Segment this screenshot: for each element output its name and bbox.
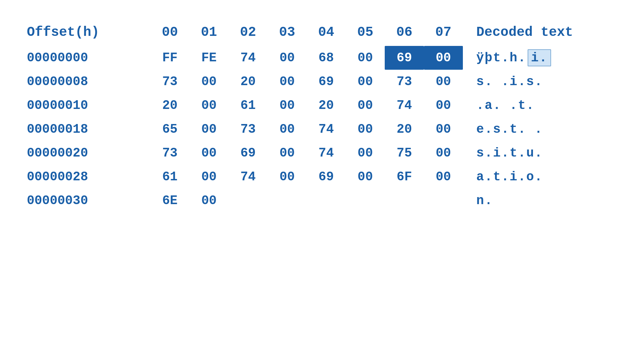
decoded-text: s.i.t.u. [476, 146, 543, 160]
table-row: 000000207300690074007500s.i.t.u. [20, 141, 624, 165]
cell-offset: 00000028 [20, 165, 150, 189]
header-col-00: 00 [150, 20, 189, 46]
cell-byte-2[interactable] [228, 189, 267, 213]
cell-offset: 00000030 [20, 189, 150, 213]
cell-decoded: e.s.t. . [463, 117, 624, 141]
cell-byte-1[interactable]: 00 [190, 70, 228, 94]
cell-byte-4[interactable]: 68 [307, 46, 345, 70]
cell-byte-1[interactable]: 00 [190, 189, 228, 213]
cell-byte-5[interactable]: 00 [346, 46, 385, 70]
cell-byte-3[interactable] [268, 189, 307, 213]
cell-byte-6[interactable]: 69 [385, 46, 424, 70]
cell-byte-6[interactable]: 73 [385, 70, 424, 94]
cell-byte-1[interactable]: 00 [190, 94, 228, 117]
decoded-text-normal: ÿþt.h. [476, 51, 526, 65]
table-row: 000000306E00n. [20, 189, 624, 213]
cell-byte-7[interactable]: 00 [424, 70, 463, 94]
cell-decoded: n. [463, 189, 624, 213]
cell-byte-5[interactable]: 00 [346, 117, 385, 141]
cell-decoded: s. .i.s. [463, 70, 624, 94]
header-col-05: 05 [346, 20, 385, 46]
header-col-01: 01 [190, 20, 228, 46]
hex-viewer: Offset(h) 00 01 02 03 04 05 06 07 Decode… [0, 0, 644, 226]
cell-offset: 00000020 [20, 141, 150, 165]
cell-byte-7[interactable] [424, 189, 463, 213]
cell-byte-3[interactable]: 00 [268, 165, 307, 189]
cell-byte-3[interactable]: 00 [268, 117, 307, 141]
cell-byte-7[interactable]: 00 [424, 46, 463, 70]
hex-table: Offset(h) 00 01 02 03 04 05 06 07 Decode… [20, 20, 624, 213]
cell-byte-2[interactable]: 20 [228, 70, 267, 94]
cell-offset: 00000018 [20, 117, 150, 141]
table-row: 00000000FFFE740068006900ÿþt.h.i. [20, 46, 624, 70]
cell-byte-1[interactable]: 00 [190, 117, 228, 141]
header-col-06: 06 [385, 20, 424, 46]
decoded-text: .a. .t. [476, 98, 535, 113]
cell-byte-6[interactable]: 75 [385, 141, 424, 165]
cell-byte-1[interactable]: FE [190, 46, 228, 70]
cell-byte-7[interactable]: 00 [424, 141, 463, 165]
cell-byte-7[interactable]: 00 [424, 117, 463, 141]
cell-byte-7[interactable]: 00 [424, 165, 463, 189]
cell-offset: 00000010 [20, 94, 150, 117]
cell-byte-2[interactable]: 74 [228, 165, 267, 189]
header-col-07: 07 [424, 20, 463, 46]
table-row: 000000286100740069006F00a.t.i.o. [20, 165, 624, 189]
cell-byte-5[interactable]: 00 [346, 165, 385, 189]
cell-byte-1[interactable]: 00 [190, 141, 228, 165]
cell-byte-2[interactable]: 69 [228, 141, 267, 165]
cell-byte-0[interactable]: 20 [150, 94, 189, 117]
table-row: 000000087300200069007300s. .i.s. [20, 70, 624, 94]
header-row: Offset(h) 00 01 02 03 04 05 06 07 Decode… [20, 20, 624, 46]
cell-byte-4[interactable] [307, 189, 345, 213]
header-offset: Offset(h) [20, 20, 150, 46]
cell-byte-0[interactable]: 61 [150, 165, 189, 189]
cell-byte-0[interactable]: FF [150, 46, 189, 70]
cell-decoded: ÿþt.h.i. [463, 46, 624, 70]
cell-byte-3[interactable]: 00 [268, 141, 307, 165]
cell-decoded: .a. .t. [463, 94, 624, 117]
cell-byte-6[interactable]: 74 [385, 94, 424, 117]
cell-offset: 00000008 [20, 70, 150, 94]
table-row: 000000186500730074002000e.s.t. . [20, 117, 624, 141]
header-col-02: 02 [228, 20, 267, 46]
cell-byte-3[interactable]: 00 [268, 94, 307, 117]
cell-byte-3[interactable]: 00 [268, 46, 307, 70]
cell-byte-2[interactable]: 74 [228, 46, 267, 70]
cell-decoded: a.t.i.o. [463, 165, 624, 189]
cell-byte-4[interactable]: 69 [307, 165, 345, 189]
header-col-04: 04 [307, 20, 345, 46]
decoded-text-highlighted: i. [528, 49, 551, 66]
cell-byte-3[interactable]: 00 [268, 70, 307, 94]
header-decoded: Decoded text [463, 20, 624, 46]
cell-offset: 00000000 [20, 46, 150, 70]
cell-byte-5[interactable]: 00 [346, 141, 385, 165]
cell-byte-5[interactable] [346, 189, 385, 213]
cell-byte-4[interactable]: 74 [307, 141, 345, 165]
cell-byte-6[interactable]: 6F [385, 165, 424, 189]
cell-byte-4[interactable]: 69 [307, 70, 345, 94]
decoded-text: n. [476, 193, 493, 208]
cell-byte-6[interactable]: 20 [385, 117, 424, 141]
cell-byte-0[interactable]: 6E [150, 189, 189, 213]
cell-byte-0[interactable]: 73 [150, 141, 189, 165]
cell-byte-6[interactable] [385, 189, 424, 213]
cell-byte-4[interactable]: 20 [307, 94, 345, 117]
cell-byte-5[interactable]: 00 [346, 94, 385, 117]
cell-byte-0[interactable]: 73 [150, 70, 189, 94]
cell-byte-4[interactable]: 74 [307, 117, 345, 141]
cell-byte-2[interactable]: 73 [228, 117, 267, 141]
cell-byte-7[interactable]: 00 [424, 94, 463, 117]
cell-byte-5[interactable]: 00 [346, 70, 385, 94]
decoded-text: e.s.t. . [476, 122, 543, 136]
table-row: 000000102000610020007400 .a. .t. [20, 94, 624, 117]
decoded-text: s. .i.s. [476, 74, 543, 89]
decoded-text: a.t.i.o. [476, 170, 543, 184]
cell-byte-0[interactable]: 65 [150, 117, 189, 141]
cell-byte-1[interactable]: 00 [190, 165, 228, 189]
header-col-03: 03 [268, 20, 307, 46]
cell-byte-2[interactable]: 61 [228, 94, 267, 117]
cell-decoded: s.i.t.u. [463, 141, 624, 165]
